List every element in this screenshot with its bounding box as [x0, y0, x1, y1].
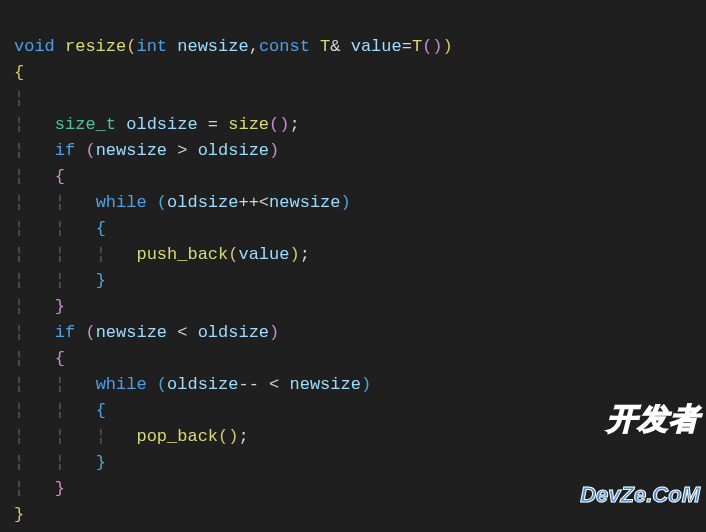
indent-guide: ¦ [14, 297, 24, 316]
indent-guide: ¦ [96, 427, 106, 446]
brace-close: } [96, 271, 106, 290]
param-value: value [351, 37, 402, 56]
keyword-while: while [96, 193, 147, 212]
indent-guide: ¦ [55, 193, 65, 212]
indent-guide: ¦ [14, 141, 24, 160]
indent-guide: ¦ [14, 349, 24, 368]
paren-open: ( [269, 115, 279, 134]
indent-guide: ¦ [55, 245, 65, 264]
paren-open: ( [228, 245, 238, 264]
brace-open: { [96, 219, 106, 238]
fn-resize: resize [65, 37, 126, 56]
keyword-if: if [55, 141, 75, 160]
indent-guide: ¦ [14, 245, 24, 264]
param-newsize: newsize [177, 37, 248, 56]
brace-open: { [55, 167, 65, 186]
paren-open: ( [422, 37, 432, 56]
indent-guide: ¦ [14, 401, 24, 420]
fn-pop_back: pop_back [136, 427, 218, 446]
paren-open: ( [126, 37, 136, 56]
paren-open: ( [157, 193, 167, 212]
paren-open: ( [218, 427, 228, 446]
brace-close: } [55, 297, 65, 316]
code-line: ¦ size_t oldsize = size(); [14, 115, 300, 134]
paren-close: ) [228, 427, 238, 446]
var-oldsize: oldsize [198, 323, 269, 342]
var-newsize: newsize [96, 323, 167, 342]
keyword-int: int [136, 37, 167, 56]
code-line: ¦ ¦ while (oldsize-- < newsize) [14, 375, 371, 394]
code-line: ¦ ¦ while (oldsize++<newsize) [14, 193, 351, 212]
op-gt: > [177, 141, 187, 160]
indent-guide: ¦ [14, 453, 24, 472]
paren-open: ( [157, 375, 167, 394]
keyword-const: const [259, 37, 310, 56]
op-decr: -- [238, 375, 258, 394]
type-size_t: size_t [55, 115, 116, 134]
keyword-if: if [55, 323, 75, 342]
var-oldsize: oldsize [167, 375, 238, 394]
eq: = [208, 115, 218, 134]
var-newsize: newsize [96, 141, 167, 160]
paren-close: ) [443, 37, 453, 56]
var-oldsize: oldsize [126, 115, 197, 134]
amp: & [330, 37, 340, 56]
op-lt: < [269, 375, 279, 394]
indent-guide: ¦ [14, 89, 24, 108]
code-block: void resize(int newsize,const T& value=T… [0, 0, 706, 532]
paren-close: ) [341, 193, 351, 212]
indent-guide: ¦ [55, 401, 65, 420]
indent-guide: ¦ [14, 193, 24, 212]
indent-guide: ¦ [14, 167, 24, 186]
brace-close: } [55, 479, 65, 498]
watermark-en: DevZe.CoM [580, 484, 700, 506]
paren-close: ) [432, 37, 442, 56]
fn-size: size [228, 115, 269, 134]
code-line: ¦ ¦ { [14, 219, 106, 238]
brace-open: { [14, 63, 24, 82]
brace-open: { [55, 349, 65, 368]
paren-close: ) [289, 245, 299, 264]
indent-guide: ¦ [14, 479, 24, 498]
watermark-cn: 开发者 [580, 404, 700, 434]
code-line: ¦ if (newsize < oldsize) [14, 323, 279, 342]
keyword-while: while [96, 375, 147, 394]
var-newsize: newsize [289, 375, 360, 394]
watermark: 开发者 DevZe.CoM [580, 352, 700, 532]
code-line: ¦ ¦ } [14, 453, 106, 472]
paren-close: ) [361, 375, 371, 394]
code-line: ¦ if (newsize > oldsize) [14, 141, 279, 160]
paren-open: ( [85, 323, 95, 342]
arg-value: value [238, 245, 289, 264]
indent-guide: ¦ [55, 453, 65, 472]
var-newsize: newsize [269, 193, 340, 212]
code-line: ¦ ¦ ¦ push_back(value); [14, 245, 310, 264]
code-line: ¦ } [14, 297, 65, 316]
paren-close: ) [279, 115, 289, 134]
indent-guide: ¦ [14, 219, 24, 238]
eq: = [402, 37, 412, 56]
type-T: T [320, 37, 330, 56]
brace-open: { [96, 401, 106, 420]
code-line: ¦ ¦ { [14, 401, 106, 420]
indent-guide: ¦ [55, 427, 65, 446]
indent-guide: ¦ [96, 245, 106, 264]
indent-guide: ¦ [55, 219, 65, 238]
call-T: T [412, 37, 422, 56]
paren-close: ) [269, 323, 279, 342]
code-line: { [14, 63, 24, 82]
code-line: void resize(int newsize,const T& value=T… [14, 37, 453, 56]
op-incr-lt: ++< [238, 193, 269, 212]
op-lt: < [177, 323, 187, 342]
code-line: ¦ { [14, 167, 65, 186]
indent-guide: ¦ [14, 115, 24, 134]
var-oldsize: oldsize [167, 193, 238, 212]
var-oldsize: oldsize [198, 141, 269, 160]
keyword-void: void [14, 37, 55, 56]
code-line: ¦ ¦ } [14, 271, 106, 290]
code-line: } [14, 505, 24, 524]
paren-close: ) [269, 141, 279, 160]
indent-guide: ¦ [14, 323, 24, 342]
paren-open: ( [85, 141, 95, 160]
fn-push_back: push_back [136, 245, 228, 264]
